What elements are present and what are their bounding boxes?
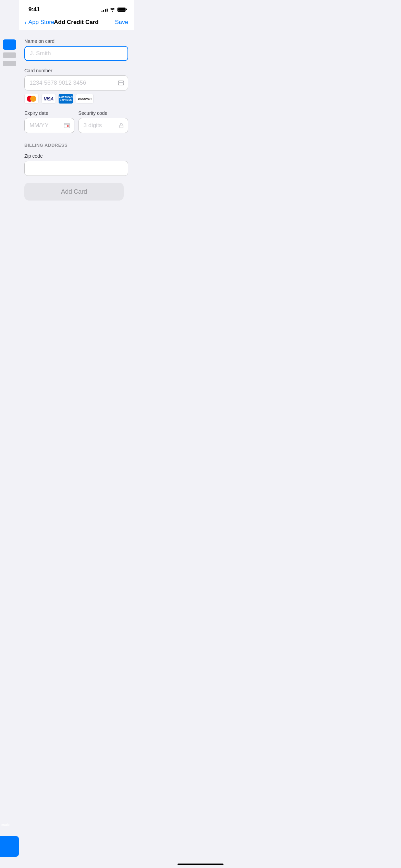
signal-bar-3 bbox=[105, 9, 106, 12]
bg-nav bbox=[0, 16, 19, 35]
amex-label2: EXPRESS bbox=[60, 99, 72, 101]
card-number-icon bbox=[118, 81, 124, 85]
svg-point-4 bbox=[67, 125, 69, 127]
bg-content bbox=[0, 35, 19, 73]
bg-bar2 bbox=[3, 52, 16, 58]
bg-bar1 bbox=[3, 39, 16, 50]
form-content: Name on card Card number bbox=[19, 30, 134, 201]
battery-tip bbox=[126, 9, 127, 10]
signal-bar-1 bbox=[101, 11, 102, 12]
status-time: 9:41 bbox=[28, 6, 40, 13]
expiry-label: Expiry date bbox=[24, 110, 74, 116]
signal-bar-2 bbox=[103, 10, 104, 12]
mc-circle-yellow bbox=[30, 96, 36, 102]
page-title: Add Credit Card bbox=[54, 19, 98, 26]
svg-rect-1 bbox=[118, 82, 124, 83]
card-number-label: Card number bbox=[24, 68, 128, 73]
name-label: Name on card bbox=[24, 38, 128, 44]
battery-body bbox=[117, 8, 126, 12]
back-button[interactable]: ‹ App Store bbox=[24, 19, 54, 26]
security-wrapper bbox=[78, 118, 129, 133]
discover-icon: DISCOVER bbox=[76, 94, 94, 104]
amex-label: AMERICAN bbox=[59, 96, 73, 99]
wifi-icon bbox=[110, 8, 115, 12]
discover-label: DISCOVER bbox=[78, 97, 91, 100]
zip-field-group: Zip code bbox=[24, 153, 128, 176]
lock-icon bbox=[119, 122, 124, 129]
nav-bar: ‹ App Store Add Credit Card Save bbox=[19, 16, 134, 30]
visa-label: VISA bbox=[44, 96, 53, 101]
mc-circles bbox=[27, 96, 36, 102]
card-number-wrapper bbox=[24, 75, 128, 91]
svg-rect-3 bbox=[64, 124, 70, 125]
name-field-group: Name on card bbox=[24, 38, 128, 61]
expiry-icon bbox=[63, 122, 70, 129]
calendar-icon bbox=[63, 122, 70, 129]
card-brand-icons: VISA AMERICAN EXPRESS DISCOVER bbox=[24, 94, 128, 104]
main-card: 9:41 bbox=[19, 0, 134, 289]
battery-fill bbox=[118, 8, 125, 11]
status-bar: 9:41 bbox=[19, 0, 134, 16]
save-button[interactable]: Save bbox=[115, 19, 128, 26]
back-chevron-icon: ‹ bbox=[24, 19, 27, 26]
mastercard-icon bbox=[24, 94, 39, 104]
back-label: App Store bbox=[28, 19, 54, 26]
signal-bars-icon bbox=[101, 8, 108, 12]
billing-section-header: BILLING ADDRESS bbox=[24, 143, 128, 148]
signal-bar-4 bbox=[107, 9, 108, 12]
svg-rect-2 bbox=[64, 123, 70, 128]
security-icon bbox=[119, 122, 124, 129]
bg-bar3 bbox=[3, 61, 16, 66]
status-icons bbox=[101, 8, 127, 12]
card-number-input[interactable] bbox=[24, 75, 128, 91]
expiry-field-group: Expiry date bbox=[24, 110, 74, 133]
expiry-security-row: Expiry date Security code bbox=[24, 110, 128, 140]
add-card-button[interactable]: Add Card bbox=[24, 183, 124, 201]
name-input[interactable] bbox=[24, 46, 128, 61]
background-peek: matio bbox=[0, 16, 19, 289]
card-number-field-group: Card number bbox=[24, 68, 128, 104]
expiry-wrapper bbox=[24, 118, 74, 133]
security-label: Security code bbox=[78, 110, 129, 116]
svg-rect-5 bbox=[120, 125, 123, 128]
zip-input[interactable] bbox=[24, 161, 128, 176]
battery-icon bbox=[117, 8, 127, 12]
visa-icon: VISA bbox=[41, 94, 56, 104]
zip-label: Zip code bbox=[24, 153, 128, 159]
credit-card-icon bbox=[118, 81, 124, 85]
security-field-group: Security code bbox=[78, 110, 129, 133]
amex-icon: AMERICAN EXPRESS bbox=[59, 94, 73, 104]
